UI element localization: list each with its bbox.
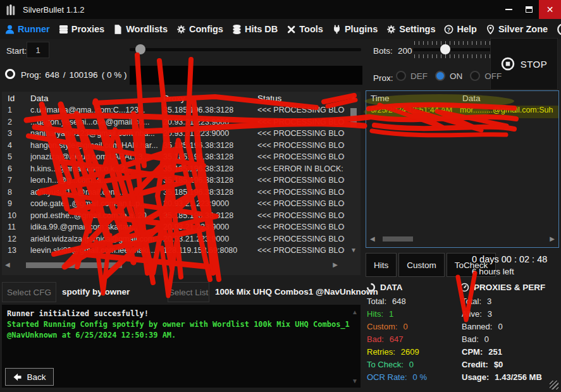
maximize-icon bbox=[526, 6, 533, 13]
scroll-down-icon[interactable]: ▼ bbox=[348, 246, 359, 255]
stat-ocr-rate: OCR Rate:0 % bbox=[367, 372, 427, 385]
cell-proxy: 35.185.196.38:3128 bbox=[163, 152, 259, 161]
menubar: RunnerProxiesWordlistsConfigsHits DBTool… bbox=[0, 19, 561, 39]
cell-proxy: 20.93.21.223:9000 bbox=[163, 129, 259, 138]
scroll-up-icon[interactable]: ▲ bbox=[348, 93, 359, 102]
close-icon: ✕ bbox=[546, 4, 554, 15]
menu-item-wordlists[interactable]: Wordlists bbox=[113, 24, 168, 34]
menu-item-plugins[interactable]: Plugins bbox=[332, 24, 378, 34]
prox-label: Prox: bbox=[373, 73, 393, 83]
menu-item-silver-zone[interactable]: Silver Zone bbox=[486, 24, 548, 34]
menu-item-runner[interactable]: Runner bbox=[5, 24, 50, 34]
table-row[interactable]: 6h.kins...@gmail.com:o.k...2...35.185.19… bbox=[2, 164, 361, 176]
start-slider[interactable] bbox=[130, 48, 361, 51]
bots-slider[interactable] bbox=[413, 48, 491, 51]
table-row[interactable]: 8adni.yusuf1...@mail.com:...35.185.196.3… bbox=[2, 188, 361, 200]
select-list-button[interactable]: Select List bbox=[168, 282, 209, 302]
stat-label: OCR Rate: bbox=[367, 372, 407, 385]
cell-data: leevin.ski89@gmail.com:leevinaki... bbox=[30, 246, 160, 255]
menu-item-proxies[interactable]: Proxies bbox=[59, 24, 104, 34]
results-table-header: Id Data Proxy Status bbox=[2, 92, 361, 106]
menu-item-label: Help bbox=[457, 24, 476, 34]
prox-radio-off[interactable]: OFF bbox=[470, 71, 502, 81]
stat-label: Retries: bbox=[367, 347, 395, 360]
resize-grip[interactable] bbox=[550, 381, 558, 389]
table-row[interactable]: 10pond.esthe..@gmail.com:te.a..20...35.1… bbox=[2, 211, 361, 223]
select-cfg-button[interactable]: Select CFG bbox=[2, 282, 56, 302]
menu-item-label: Configs bbox=[189, 24, 223, 34]
table-row[interactable]: 13leevin.ski89@gmail.com:leevinaki...128… bbox=[2, 246, 361, 258]
back-button[interactable]: Back bbox=[5, 368, 54, 386]
scroll-left-icon[interactable]: ◀ bbox=[370, 235, 375, 243]
menu-item-label: Proxies bbox=[71, 24, 104, 34]
log-scroll-up-icon[interactable]: ▲ bbox=[352, 309, 358, 315]
table-row[interactable]: 12arield.widzalza.garnica@gmail.com...20… bbox=[2, 235, 361, 247]
table-row[interactable]: 11idika.99.@gmail.com:skaitau...20.93.21… bbox=[2, 223, 361, 235]
bots-slider-handle[interactable] bbox=[440, 44, 450, 54]
stop-button[interactable]: STOP bbox=[490, 38, 558, 90]
scroll-thumb[interactable] bbox=[383, 236, 413, 242]
cell-status: <<< PROCESSING BLOCK bbox=[257, 141, 345, 150]
cell-proxy: 20.93.21.223:9000 bbox=[163, 235, 259, 243]
col-status: Status bbox=[257, 94, 281, 103]
menu-item-label: Runner bbox=[18, 24, 50, 34]
results-vertical-scrollbar[interactable]: ▲ ▼ bbox=[348, 93, 359, 255]
stat-usage: Usage:1.43/256 MB bbox=[462, 372, 542, 385]
cell-id: 4 bbox=[8, 141, 27, 150]
cell-proxy: 35.185.196.38:3128 bbox=[163, 188, 259, 197]
results-horizontal-scrollbar[interactable]: ◀ ▶ bbox=[5, 257, 345, 273]
table-row[interactable]: 3naniharyani0123@gmail.com:nba...20.93.2… bbox=[2, 129, 361, 141]
close-button[interactable]: ✕ bbox=[539, 0, 561, 19]
cell-id: 7 bbox=[8, 176, 27, 185]
cell-id: 8 bbox=[8, 188, 27, 197]
cell-status: <<< PROCESSING BLOCK bbox=[257, 246, 345, 255]
scroll-thumb[interactable] bbox=[350, 108, 357, 127]
table-row[interactable]: 7leon.h...@g...com:.a...35.185.196.38:31… bbox=[2, 176, 361, 188]
prox-radio-def[interactable]: DEF bbox=[396, 71, 428, 81]
maximize-button[interactable] bbox=[519, 0, 539, 19]
tools-icon bbox=[287, 25, 296, 34]
stat-value: 0 bbox=[403, 322, 407, 334]
prox-radio-on[interactable]: ON bbox=[435, 71, 462, 81]
menu-item-hits-db[interactable]: Hits DB bbox=[232, 24, 278, 34]
menu-item-help[interactable]: Help bbox=[444, 24, 476, 34]
hits-horizontal-scrollbar[interactable]: ◀ ▶ bbox=[369, 233, 556, 245]
minimize-button[interactable] bbox=[498, 0, 519, 19]
history-button[interactable] bbox=[557, 23, 561, 36]
stat-credit: Credit:$0 bbox=[462, 360, 542, 372]
stat-value: 3 bbox=[488, 309, 492, 322]
stat-retries: Retries:2609 bbox=[367, 347, 427, 360]
window-title: SilverBullet 1.1.2 bbox=[23, 5, 85, 15]
table-row[interactable]: 2...gagon.yesemi...ose@gmail.co...20.93.… bbox=[2, 118, 361, 130]
tab-hits[interactable]: Hits bbox=[366, 253, 397, 277]
scroll-thumb[interactable] bbox=[26, 262, 122, 268]
back-label: Back bbox=[27, 372, 46, 382]
tab-custom[interactable]: Custom bbox=[398, 253, 445, 277]
log-scroll-down-icon[interactable]: ▼ bbox=[352, 377, 358, 384]
scroll-left-icon[interactable]: ◀ bbox=[5, 260, 10, 269]
cell-id: 6 bbox=[8, 164, 27, 173]
table-row[interactable]: 5jonazizaj@icloud.com:LARAt.i.3...35.185… bbox=[2, 152, 361, 164]
bots-value: 200 bbox=[398, 46, 412, 56]
cell-status: <<< PROCESSING BLOCK bbox=[257, 106, 345, 114]
stop-label: STOP bbox=[521, 59, 548, 70]
start-input[interactable] bbox=[27, 42, 49, 58]
stop-icon bbox=[501, 57, 515, 71]
table-row[interactable]: 4hangon.style@gmail.com:HAN.har...35.185… bbox=[2, 141, 361, 153]
menu-item-settings[interactable]: Settings bbox=[386, 24, 435, 34]
scroll-right-icon[interactable]: ▶ bbox=[333, 260, 338, 269]
hit-row[interactable]: 6/25/2024 12:51:44 AM mor.........@gmail… bbox=[366, 106, 558, 118]
cell-id: 3 bbox=[8, 129, 27, 138]
cell-proxy: 35.185.196.38:3128 bbox=[163, 164, 259, 173]
menu-item-tools[interactable]: Tools bbox=[287, 24, 323, 34]
scroll-right-icon[interactable]: ▶ bbox=[550, 235, 555, 243]
start-slider-handle[interactable] bbox=[135, 44, 145, 54]
table-row[interactable]: 9code.gate...@gmail.com:an.t..p...20.93.… bbox=[2, 199, 361, 211]
minimize-icon bbox=[505, 9, 512, 10]
elapsed-time: 0 days 00 : 02 : 48 bbox=[472, 254, 547, 264]
stat-total: Total:3 bbox=[462, 297, 542, 309]
silverbullet-logo-icon bbox=[6, 4, 15, 15]
menu-item-configs[interactable]: Configs bbox=[176, 24, 223, 34]
table-row[interactable]: 1c.ucimania@gma..com:C...123...35.185.19… bbox=[2, 106, 361, 118]
prog-total: 100196 bbox=[70, 70, 98, 80]
